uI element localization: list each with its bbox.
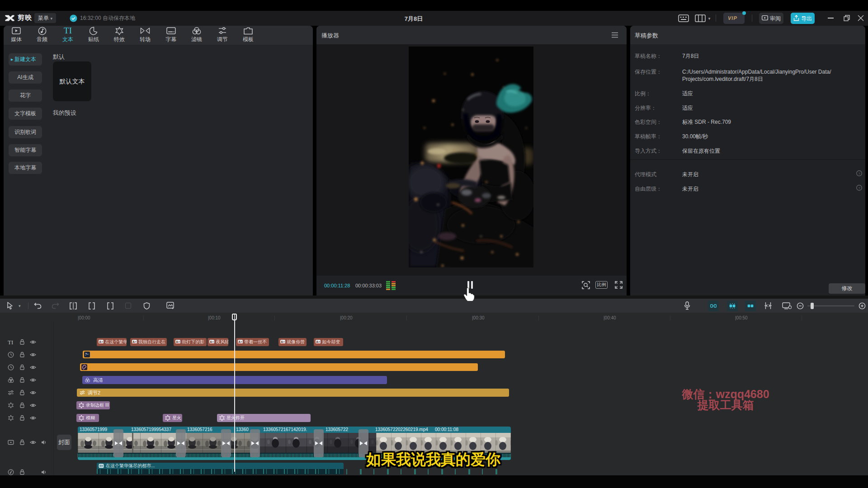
svg-text:?: ? (858, 172, 860, 176)
svg-text:?: ? (858, 186, 860, 190)
